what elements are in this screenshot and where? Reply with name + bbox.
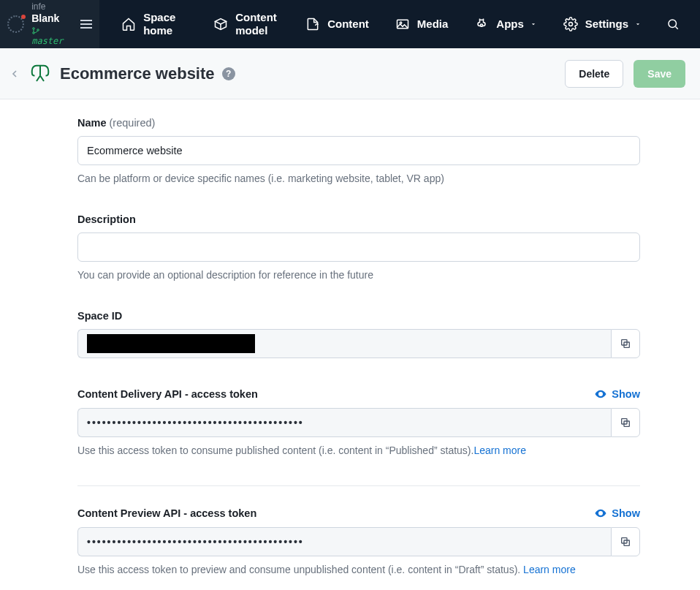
space-switcher[interactable]: infe Blank master — [0, 0, 99, 48]
nav-content-label: Content — [327, 18, 369, 31]
delivery-token-masked: ••••••••••••••••••••••••••••••••••••••••… — [87, 417, 304, 428]
nav-media[interactable]: Media — [382, 0, 462, 48]
description-help: You can provide an optional description … — [77, 269, 640, 281]
save-button: Save — [634, 60, 685, 88]
name-required-text: (required) — [110, 117, 156, 129]
svg-point-0 — [33, 28, 35, 30]
delivery-token-help-text: Use this access token to consume publish… — [77, 445, 473, 456]
nav-content-model-label: Content model — [235, 11, 279, 37]
search-button[interactable] — [655, 0, 691, 48]
chevron-down-icon — [634, 20, 642, 28]
description-input[interactable] — [77, 232, 640, 262]
preview-token-show-label: Show — [612, 507, 640, 519]
copy-delivery-token-button[interactable] — [611, 408, 640, 437]
space-id-redacted — [87, 334, 255, 353]
svg-point-5 — [481, 24, 483, 26]
copy-icon — [620, 536, 631, 548]
space-name: Blank — [31, 12, 73, 26]
back-button[interactable] — [4, 64, 25, 84]
name-help: Can be platform or device specific names… — [77, 173, 640, 184]
page-actions: Delete Save — [565, 60, 685, 88]
nav-space-home-label: Space home — [143, 11, 187, 37]
eye-icon — [594, 507, 607, 520]
nav-apps[interactable]: Apps — [461, 0, 550, 48]
field-space-id: Space ID — [77, 310, 640, 358]
svg-point-2 — [37, 29, 39, 31]
delivery-token-learn-more[interactable]: Learn more — [473, 445, 526, 456]
branch-row: master — [31, 25, 73, 47]
apps-icon — [474, 17, 489, 31]
divider — [77, 485, 640, 486]
space-meta: infe Blank master — [31, 1, 73, 48]
settings-icon — [563, 17, 578, 31]
nav-apps-label: Apps — [496, 18, 524, 31]
svg-point-1 — [33, 32, 35, 34]
nav-content[interactable]: Content — [292, 0, 382, 48]
preview-token-help-text: Use this access token to preview and con… — [77, 564, 523, 575]
svg-point-13 — [600, 513, 602, 515]
eye-icon — [594, 387, 607, 401]
nav-space-home[interactable]: Space home — [108, 0, 200, 48]
content-icon — [305, 17, 320, 31]
delivery-token-value: ••••••••••••••••••••••••••••••••••••••••… — [77, 408, 611, 437]
copy-preview-token-button[interactable] — [611, 527, 640, 556]
notification-dot-icon — [21, 15, 26, 19]
preview-token-learn-more[interactable]: Learn more — [523, 564, 576, 575]
svg-point-6 — [568, 23, 572, 26]
page-title: Ecommerce website — [60, 64, 215, 83]
primary-nav: Space home Content model Content Media A… — [99, 0, 700, 48]
field-delivery-token: Content Delivery API - access token Show… — [77, 387, 640, 456]
delivery-token-label: Content Delivery API - access token — [77, 388, 258, 400]
org-logo — [7, 15, 24, 33]
delivery-token-help: Use this access token to consume publish… — [77, 445, 640, 456]
search-icon — [666, 18, 680, 31]
home-icon — [121, 17, 136, 31]
preview-token-value: ••••••••••••••••••••••••••••••••••••••••… — [77, 527, 611, 556]
nav-content-model[interactable]: Content model — [200, 0, 292, 48]
chevron-down-icon — [530, 20, 537, 28]
nav-media-label: Media — [417, 18, 449, 31]
hamburger-icon[interactable] — [80, 20, 92, 29]
form-content: Name (required) Can be platform or devic… — [0, 99, 700, 590]
nav-settings[interactable]: Settings — [550, 0, 655, 48]
branch-icon — [31, 26, 40, 35]
name-input[interactable] — [77, 136, 640, 165]
delivery-token-show-toggle[interactable]: Show — [594, 387, 640, 401]
branch-name: master — [31, 36, 63, 46]
copy-icon — [620, 338, 631, 349]
preview-token-label: Content Preview API - access token — [77, 507, 256, 519]
field-description: Description You can provide an optional … — [77, 213, 640, 281]
delivery-token-show-label: Show — [612, 388, 640, 400]
field-preview-token: Content Preview API - access token Show … — [77, 507, 640, 575]
svg-point-7 — [669, 20, 677, 28]
top-nav: infe Blank master Space home Content mod… — [0, 0, 700, 48]
description-label: Description — [77, 213, 640, 225]
api-key-icon — [29, 63, 51, 85]
org-name: infe — [31, 1, 73, 12]
name-label-text: Name — [77, 117, 107, 129]
nav-settings-label: Settings — [585, 18, 628, 31]
preview-token-masked: ••••••••••••••••••••••••••••••••••••••••… — [87, 536, 304, 548]
media-icon — [395, 17, 410, 31]
copy-icon — [620, 417, 631, 428]
content-model-icon — [213, 17, 228, 31]
field-name: Name (required) Can be platform or devic… — [77, 117, 640, 184]
help-button[interactable]: ? — [222, 67, 235, 80]
copy-space-id-button[interactable] — [611, 329, 640, 358]
svg-point-10 — [600, 393, 602, 396]
preview-token-show-toggle[interactable]: Show — [594, 507, 640, 520]
chevron-left-icon — [9, 67, 20, 81]
page-header: Ecommerce website ? Delete Save — [0, 48, 700, 99]
space-id-value — [77, 329, 611, 358]
preview-token-help: Use this access token to preview and con… — [77, 564, 640, 575]
space-id-label: Space ID — [77, 310, 640, 322]
name-label: Name (required) — [77, 117, 640, 129]
delete-button[interactable]: Delete — [565, 60, 623, 88]
